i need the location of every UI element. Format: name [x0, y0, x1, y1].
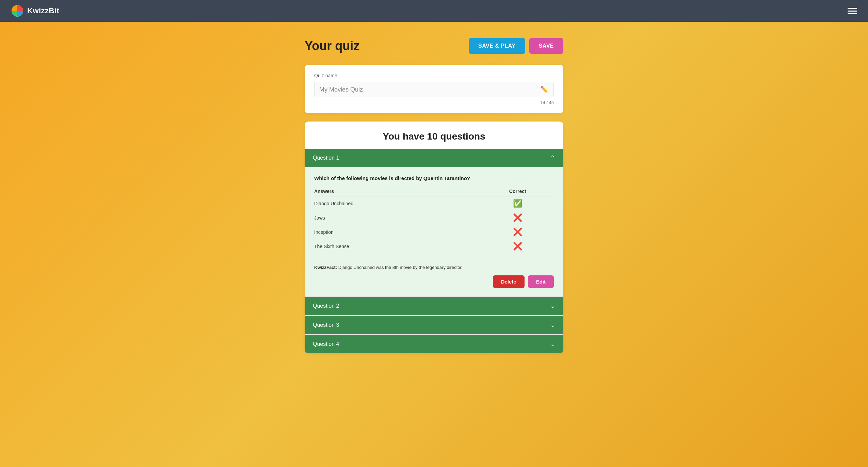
wrong-x-icon-3: ❌	[513, 228, 522, 236]
answer-wrong-4: ❌	[482, 239, 554, 254]
char-count: 14 / 45	[314, 100, 554, 105]
hamburger-menu[interactable]	[848, 8, 857, 14]
question-content-1: Which of the following movies is directe…	[305, 167, 563, 296]
delete-button-1[interactable]: Delete	[493, 275, 525, 288]
hamburger-line-2	[848, 11, 857, 12]
answer-row-4: The Sixth Sense ❌	[314, 239, 554, 254]
edit-button-1[interactable]: Edit	[528, 275, 554, 288]
page-header: Your quiz SAVE & PLAY SAVE	[305, 38, 563, 54]
main-content: Your quiz SAVE & PLAY SAVE Quiz name ✏️ …	[0, 22, 868, 370]
answer-wrong-3: ❌	[482, 225, 554, 239]
logo-icon	[11, 4, 24, 17]
answers-table-1: Answers Correct Django Unchained ✅ Jaw	[314, 187, 554, 254]
hamburger-line-3	[848, 13, 857, 14]
question-1-label: Question 1	[313, 155, 339, 161]
wrong-x-icon-2: ❌	[513, 213, 522, 222]
question-bar-4[interactable]: Question 4 ⌄	[305, 335, 563, 353]
question-2-label: Question 2	[313, 303, 339, 309]
answer-text-2: Jaws	[314, 211, 482, 225]
header-buttons: SAVE & PLAY SAVE	[469, 38, 563, 54]
answers-col-header: Answers	[314, 187, 482, 196]
chevron-up-icon-1: ⌃	[550, 154, 555, 162]
correct-check-icon: ✅	[513, 199, 522, 208]
logo: KwizzBit	[11, 4, 59, 17]
answer-text-3: Inception	[314, 225, 482, 239]
kwizzfact-text: Django Unchained was the 8th movie by th…	[338, 265, 463, 270]
page-title: Your quiz	[305, 39, 359, 53]
answer-row-2: Jaws ❌	[314, 211, 554, 225]
logo-text: KwizzBit	[27, 6, 59, 15]
question-3-label: Question 3	[313, 322, 339, 328]
quiz-name-input[interactable]	[319, 86, 540, 93]
answer-text-1: Django Unchained	[314, 196, 482, 211]
answer-correct-1: ✅	[482, 196, 554, 211]
wrong-x-icon-4: ❌	[513, 242, 522, 251]
questions-card: You have 10 questions Question 1 ⌃ Which…	[305, 122, 563, 353]
correct-col-header: Correct	[482, 187, 554, 196]
question-item-3: Question 3 ⌄	[305, 316, 563, 335]
quiz-name-input-wrapper: ✏️	[314, 82, 554, 97]
quiz-name-label: Quiz name	[314, 73, 554, 78]
question-4-label: Question 4	[313, 341, 339, 347]
kwizzfact-label: KwizzFact:	[314, 265, 337, 270]
kwizzfact: KwizzFact: Django Unchained was the 8th …	[314, 259, 554, 270]
save-play-button[interactable]: SAVE & PLAY	[469, 38, 525, 54]
chevron-down-icon-4: ⌄	[550, 340, 555, 348]
chevron-down-icon-2: ⌄	[550, 302, 555, 310]
question-text-1: Which of the following movies is directe…	[314, 175, 554, 181]
save-button[interactable]: SAVE	[529, 38, 563, 54]
answer-wrong-2: ❌	[482, 211, 554, 225]
question-item-2: Question 2 ⌄	[305, 297, 563, 316]
questions-header: You have 10 questions	[305, 122, 563, 149]
hamburger-line-1	[848, 8, 857, 9]
answer-row-3: Inception ❌	[314, 225, 554, 239]
question-bar-3[interactable]: Question 3 ⌄	[305, 316, 563, 334]
quiz-name-card: Quiz name ✏️ 14 / 45	[305, 65, 563, 113]
navbar: KwizzBit	[0, 0, 868, 22]
chevron-down-icon-3: ⌄	[550, 321, 555, 329]
question-item-4: Question 4 ⌄	[305, 335, 563, 353]
answer-text-4: The Sixth Sense	[314, 239, 482, 254]
answer-row-1: Django Unchained ✅	[314, 196, 554, 211]
question-item-1: Question 1 ⌃ Which of the following movi…	[305, 149, 563, 297]
question-1-actions: Delete Edit	[314, 275, 554, 288]
pencil-icon[interactable]: ✏️	[540, 85, 549, 94]
question-bar-1[interactable]: Question 1 ⌃	[305, 149, 563, 167]
question-bar-2[interactable]: Question 2 ⌄	[305, 297, 563, 315]
